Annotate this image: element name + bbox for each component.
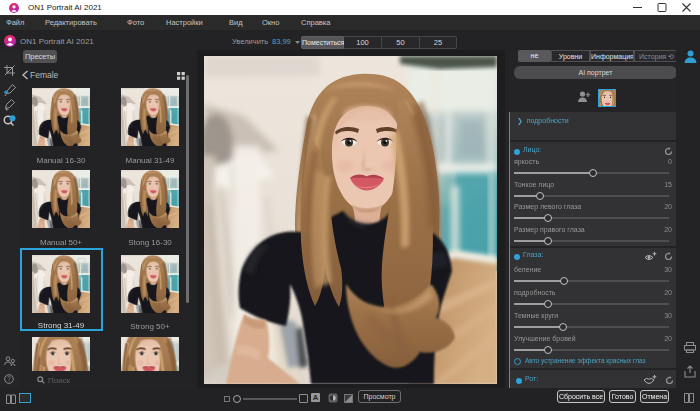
svg-text:?: ? [7, 375, 11, 382]
